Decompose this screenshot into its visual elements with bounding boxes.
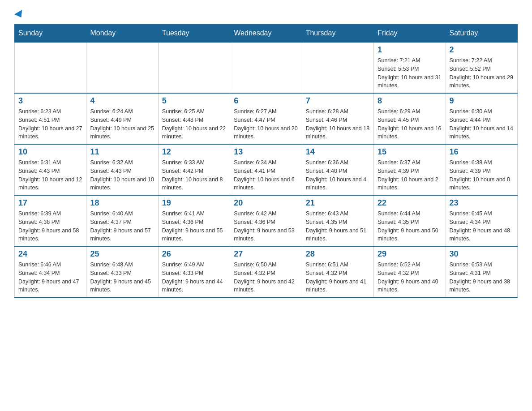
calendar-cell: 8Sunrise: 6:29 AMSunset: 4:45 PMDaylight… xyxy=(374,93,446,144)
day-info: Sunrise: 6:51 AMSunset: 4:32 PMDaylight:… xyxy=(306,261,370,294)
day-number: 26 xyxy=(162,249,226,259)
day-info: Sunrise: 6:37 AMSunset: 4:39 PMDaylight:… xyxy=(378,158,442,192)
calendar-cell xyxy=(302,42,373,93)
day-info: Sunrise: 6:38 AMSunset: 4:39 PMDaylight:… xyxy=(450,158,514,192)
calendar-cell: 1Sunrise: 7:21 AMSunset: 5:53 PMDaylight… xyxy=(374,42,446,93)
day-info: Sunrise: 7:21 AMSunset: 5:53 PMDaylight:… xyxy=(378,56,442,90)
calendar-cell: 6Sunrise: 6:27 AMSunset: 4:47 PMDaylight… xyxy=(230,93,302,144)
day-number: 11 xyxy=(90,147,154,157)
day-info: Sunrise: 6:42 AMSunset: 4:36 PMDaylight:… xyxy=(234,210,298,243)
header-saturday: Saturday xyxy=(446,25,517,43)
day-info: Sunrise: 6:44 AMSunset: 4:35 PMDaylight:… xyxy=(378,210,442,243)
calendar-cell: 4Sunrise: 6:24 AMSunset: 4:49 PMDaylight… xyxy=(86,93,158,144)
day-info: Sunrise: 6:29 AMSunset: 4:45 PMDaylight:… xyxy=(378,107,442,141)
day-number: 12 xyxy=(162,147,226,157)
calendar-cell: 17Sunrise: 6:39 AMSunset: 4:38 PMDayligh… xyxy=(15,195,86,246)
calendar-cell: 30Sunrise: 6:53 AMSunset: 4:31 PMDayligh… xyxy=(446,246,517,297)
logo xyxy=(14,11,24,16)
calendar-week-row: 3Sunrise: 6:23 AMSunset: 4:51 PMDaylight… xyxy=(15,93,518,144)
day-number: 19 xyxy=(162,198,226,208)
calendar-cell: 11Sunrise: 6:32 AMSunset: 4:43 PMDayligh… xyxy=(86,144,158,195)
calendar-cell: 5Sunrise: 6:25 AMSunset: 4:48 PMDaylight… xyxy=(158,93,230,144)
day-number: 9 xyxy=(450,96,514,106)
calendar-cell: 28Sunrise: 6:51 AMSunset: 4:32 PMDayligh… xyxy=(302,246,373,297)
day-info: Sunrise: 6:46 AMSunset: 4:34 PMDaylight:… xyxy=(18,261,82,294)
calendar-cell xyxy=(230,42,302,93)
day-info: Sunrise: 6:43 AMSunset: 4:35 PMDaylight:… xyxy=(306,210,370,243)
calendar-cell: 21Sunrise: 6:43 AMSunset: 4:35 PMDayligh… xyxy=(302,195,373,246)
day-info: Sunrise: 6:49 AMSunset: 4:33 PMDaylight:… xyxy=(162,261,226,294)
calendar-table: SundayMondayTuesdayWednesdayThursdayFrid… xyxy=(14,24,518,298)
day-info: Sunrise: 6:39 AMSunset: 4:38 PMDaylight:… xyxy=(18,210,82,243)
calendar-cell: 14Sunrise: 6:36 AMSunset: 4:40 PMDayligh… xyxy=(302,144,373,195)
calendar-cell: 22Sunrise: 6:44 AMSunset: 4:35 PMDayligh… xyxy=(374,195,446,246)
day-number: 7 xyxy=(306,96,370,106)
day-number: 16 xyxy=(450,147,514,157)
calendar-cell: 23Sunrise: 6:45 AMSunset: 4:34 PMDayligh… xyxy=(446,195,517,246)
calendar-cell xyxy=(86,42,158,93)
day-number: 30 xyxy=(450,249,514,259)
calendar-cell: 7Sunrise: 6:28 AMSunset: 4:46 PMDaylight… xyxy=(302,93,373,144)
day-info: Sunrise: 6:34 AMSunset: 4:41 PMDaylight:… xyxy=(234,158,298,192)
calendar-cell: 3Sunrise: 6:23 AMSunset: 4:51 PMDaylight… xyxy=(15,93,86,144)
day-number: 29 xyxy=(378,249,442,259)
day-info: Sunrise: 6:53 AMSunset: 4:31 PMDaylight:… xyxy=(450,261,514,294)
calendar-cell: 2Sunrise: 7:22 AMSunset: 5:52 PMDaylight… xyxy=(446,42,517,93)
day-info: Sunrise: 6:28 AMSunset: 4:46 PMDaylight:… xyxy=(306,107,370,141)
day-info: Sunrise: 6:31 AMSunset: 4:43 PMDaylight:… xyxy=(18,158,82,192)
day-number: 13 xyxy=(234,147,298,157)
day-number: 17 xyxy=(18,198,82,208)
header-tuesday: Tuesday xyxy=(158,25,230,43)
day-number: 5 xyxy=(162,96,226,106)
day-number: 18 xyxy=(90,198,154,208)
calendar-cell: 18Sunrise: 6:40 AMSunset: 4:37 PMDayligh… xyxy=(86,195,158,246)
calendar-cell xyxy=(15,42,86,93)
header-thursday: Thursday xyxy=(302,25,373,43)
calendar-header-row: SundayMondayTuesdayWednesdayThursdayFrid… xyxy=(15,25,518,43)
day-number: 22 xyxy=(378,198,442,208)
day-info: Sunrise: 6:45 AMSunset: 4:34 PMDaylight:… xyxy=(450,210,514,243)
header-wednesday: Wednesday xyxy=(230,25,302,43)
calendar-cell: 16Sunrise: 6:38 AMSunset: 4:39 PMDayligh… xyxy=(446,144,517,195)
calendar-cell: 20Sunrise: 6:42 AMSunset: 4:36 PMDayligh… xyxy=(230,195,302,246)
header-monday: Monday xyxy=(86,25,158,43)
header-friday: Friday xyxy=(374,25,446,43)
day-info: Sunrise: 6:32 AMSunset: 4:43 PMDaylight:… xyxy=(90,158,154,192)
page-header xyxy=(14,11,518,16)
day-number: 2 xyxy=(450,45,514,55)
calendar-cell: 19Sunrise: 6:41 AMSunset: 4:36 PMDayligh… xyxy=(158,195,230,246)
day-number: 6 xyxy=(234,96,298,106)
day-info: Sunrise: 6:30 AMSunset: 4:44 PMDaylight:… xyxy=(450,107,514,141)
calendar-cell: 15Sunrise: 6:37 AMSunset: 4:39 PMDayligh… xyxy=(374,144,446,195)
calendar-cell: 25Sunrise: 6:48 AMSunset: 4:33 PMDayligh… xyxy=(86,246,158,297)
day-number: 21 xyxy=(306,198,370,208)
day-info: Sunrise: 6:36 AMSunset: 4:40 PMDaylight:… xyxy=(306,158,370,192)
calendar-cell: 24Sunrise: 6:46 AMSunset: 4:34 PMDayligh… xyxy=(15,246,86,297)
header-sunday: Sunday xyxy=(15,25,86,43)
day-number: 3 xyxy=(18,96,82,106)
day-info: Sunrise: 6:41 AMSunset: 4:36 PMDaylight:… xyxy=(162,210,226,243)
day-number: 15 xyxy=(378,147,442,157)
day-number: 25 xyxy=(90,249,154,259)
day-info: Sunrise: 6:50 AMSunset: 4:32 PMDaylight:… xyxy=(234,261,298,294)
calendar-cell: 13Sunrise: 6:34 AMSunset: 4:41 PMDayligh… xyxy=(230,144,302,195)
logo-arrow-icon xyxy=(14,10,25,20)
day-info: Sunrise: 6:33 AMSunset: 4:42 PMDaylight:… xyxy=(162,158,226,192)
day-info: Sunrise: 6:48 AMSunset: 4:33 PMDaylight:… xyxy=(90,261,154,294)
calendar-cell: 10Sunrise: 6:31 AMSunset: 4:43 PMDayligh… xyxy=(15,144,86,195)
day-number: 4 xyxy=(90,96,154,106)
day-number: 1 xyxy=(378,45,442,55)
day-info: Sunrise: 6:40 AMSunset: 4:37 PMDaylight:… xyxy=(90,210,154,243)
day-info: Sunrise: 7:22 AMSunset: 5:52 PMDaylight:… xyxy=(450,56,514,90)
calendar-cell: 12Sunrise: 6:33 AMSunset: 4:42 PMDayligh… xyxy=(158,144,230,195)
day-info: Sunrise: 6:27 AMSunset: 4:47 PMDaylight:… xyxy=(234,107,298,141)
calendar-cell xyxy=(158,42,230,93)
day-number: 10 xyxy=(18,147,82,157)
day-number: 23 xyxy=(450,198,514,208)
day-info: Sunrise: 6:52 AMSunset: 4:32 PMDaylight:… xyxy=(378,261,442,294)
day-number: 24 xyxy=(18,249,82,259)
calendar-cell: 9Sunrise: 6:30 AMSunset: 4:44 PMDaylight… xyxy=(446,93,517,144)
calendar-cell: 26Sunrise: 6:49 AMSunset: 4:33 PMDayligh… xyxy=(158,246,230,297)
calendar-week-row: 17Sunrise: 6:39 AMSunset: 4:38 PMDayligh… xyxy=(15,195,518,246)
day-number: 14 xyxy=(306,147,370,157)
